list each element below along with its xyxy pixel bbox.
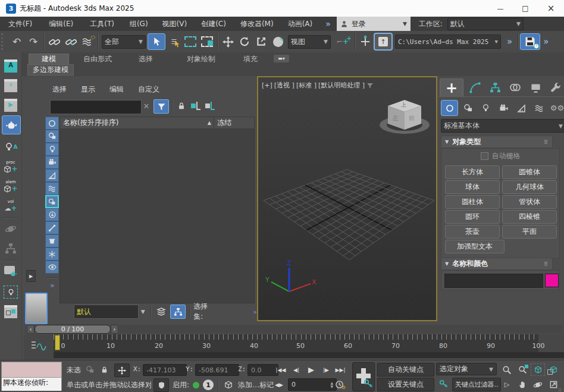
scene-security-shield-icon[interactable] [153,378,169,392]
login-menu[interactable]: 登录 ▼ [337,17,411,31]
filter-containers-icon[interactable] [45,208,59,221]
toggle-set-key-mode-button[interactable] [352,362,375,391]
macro-recorder-pane[interactable] [2,362,61,378]
light-lister-icon[interactable]: A [2,138,20,156]
subtab-cameras[interactable] [496,101,512,115]
current-frame-field[interactable]: 0 ▲▼ [288,378,337,391]
bind-to-space-warp-icon[interactable]: ⬭ [79,34,96,49]
docked-panel-button[interactable] [25,293,48,324]
track-bar-ruler[interactable]: 0 10 20 30 40 50 60 70 80 90 100 [54,334,538,352]
filter-materials-icon[interactable] [45,234,59,247]
create-textplus-button[interactable]: 加强型文本 [445,240,505,253]
maximize-button[interactable]: □ [513,0,538,17]
ribbon-tab-object-paint[interactable]: 对象绘制 [177,54,225,64]
key-mode-toggle-button[interactable]: ◀▶ [272,378,286,391]
reference-coordinate-dropdown[interactable]: 视图▼ [288,35,331,49]
create-geosphere-button[interactable]: 几何球体 [502,180,557,194]
vol-create-icon[interactable]: vol☁+ [2,197,20,215]
name-color-rollout-header[interactable]: ▼ 名称和颜色 ⠿ [441,258,553,270]
toolbar-drag-handle[interactable] [1,33,7,50]
key-filters-icon[interactable] [436,378,450,390]
pan-hand-icon[interactable] [515,378,529,391]
subtab-spacewarps[interactable] [531,101,547,115]
explorer-search-input[interactable] [50,100,142,114]
workspace-dropdown[interactable]: 默认▼ [447,18,524,30]
script-editor-icon[interactable]: A [2,57,20,75]
create-plane-button[interactable]: 平面 [502,225,557,239]
next-frame-button[interactable]: |▶ [319,363,333,376]
sort-ascending-icon[interactable]: ▲ [208,120,214,126]
ribbon-tab-populate[interactable]: 填充 [237,54,264,64]
select-and-manipulate-button[interactable]: ▪ [357,34,374,49]
object-name-input[interactable] [444,274,543,288]
script-lightning-icon[interactable]: ⚡ [2,77,20,95]
create-pyramid-button[interactable]: 四棱锥 [502,210,557,224]
viewcube-front-label[interactable]: 前 [409,114,415,123]
menu-tools[interactable]: 工具(T) [82,19,123,29]
time-tag-cube-icon[interactable] [223,379,234,391]
unlink-selection-icon[interactable]: / [62,34,79,49]
absolute-mode-toggle[interactable] [114,363,130,377]
previous-frame-arrow[interactable]: ‹ [27,325,35,334]
ribbon-minimize-button[interactable]: ▬▾ [274,55,289,62]
tab-display[interactable] [527,80,544,95]
expand-tree-icon[interactable] [190,101,201,111]
notification-badge[interactable]: 1 [203,380,214,390]
explorer-menu-display[interactable]: 显示 [81,84,95,95]
subtab-helpers[interactable] [513,101,529,115]
primitive-category-dropdown[interactable]: 标准基本体▼ [441,119,564,133]
proc-create-icon[interactable]: proc+ [2,158,20,175]
set-key-button[interactable]: 设置关键点 [377,378,434,391]
menu-file[interactable]: 文件(F) [0,19,40,29]
minimize-button[interactable]: — [488,0,513,17]
mini-curve-editor-icon[interactable] [29,339,49,352]
select-and-scale-button[interactable] [253,34,270,49]
select-and-link-icon[interactable] [46,34,62,49]
lock-explorer-icon[interactable] [176,101,187,111]
redo-button[interactable]: ↷ [25,34,42,49]
play-button[interactable]: ▶ [304,363,318,377]
x-coordinate-field[interactable]: -417.103 [143,364,187,376]
ribbon-tab-freeform[interactable]: 自由形式 [76,54,119,64]
tab-motion[interactable] [506,80,524,95]
select-object-button[interactable] [148,33,165,50]
tab-modify[interactable] [466,80,484,95]
collapse-tree-icon[interactable] [205,101,215,111]
use-pivot-center-button[interactable]: ✎ [270,34,286,49]
time-slider-handle[interactable]: 0 / 100 [35,325,111,334]
zoom-extents-all-icon[interactable] [546,363,560,376]
zoom-icon[interactable] [500,363,514,376]
hierarchy-mode-icon[interactable] [170,305,186,319]
rectangular-selection-region-button[interactable] [182,34,199,49]
filter-groups-icon[interactable] [45,195,59,208]
selection-filter-dropdown[interactable]: 全部▼ [102,35,146,49]
viewport-filter-icon[interactable] [366,82,374,89]
column-frozen[interactable]: 冻结 [214,118,254,128]
column-name[interactable]: 名称(按升序排序) [60,118,118,128]
filter-all-icon[interactable] [45,117,59,130]
enabled-status-dot[interactable] [193,382,199,388]
select-lights-icon[interactable] [2,283,20,301]
snaps-toggle[interactable]: ⌐++ [333,34,353,49]
select-and-rotate-button[interactable] [236,34,253,49]
collapsed-panel-arrow[interactable]: ▶ [26,270,36,282]
field-of-view-icon[interactable]: ▷ [500,378,514,391]
next-frame-arrow[interactable]: › [111,325,118,334]
filter-cameras-icon[interactable] [45,156,59,169]
filter-lights-icon[interactable] [45,143,59,156]
viewport[interactable]: X 上 左 前 X Y Z [+] [透视 ] [标准 ] [默认明暗处理 ] [257,76,437,321]
render-presets-icon[interactable] [2,263,20,281]
filter-overflow-chevron[interactable]: » [45,281,59,290]
viewport-menu-shading[interactable]: [默认明暗处理 ] [318,81,365,90]
menu-edit[interactable]: 编辑(E) [40,19,82,29]
create-sphere-button[interactable]: 球体 [445,180,500,194]
previous-frame-button[interactable]: ◀| [290,363,303,376]
subtab-lights[interactable] [478,101,494,115]
subtab-geometry[interactable] [441,100,458,116]
y-coordinate-field[interactable]: -508.691 [195,364,239,376]
key-mode-dropdown[interactable]: 选定对象▼ [436,363,497,375]
viewcube-top-label[interactable]: 上 [401,101,406,109]
orbit-icon[interactable] [531,378,545,391]
explorer-menu-select[interactable]: 选择 [52,84,67,95]
create-torus-button[interactable]: 圆环 [445,210,500,224]
